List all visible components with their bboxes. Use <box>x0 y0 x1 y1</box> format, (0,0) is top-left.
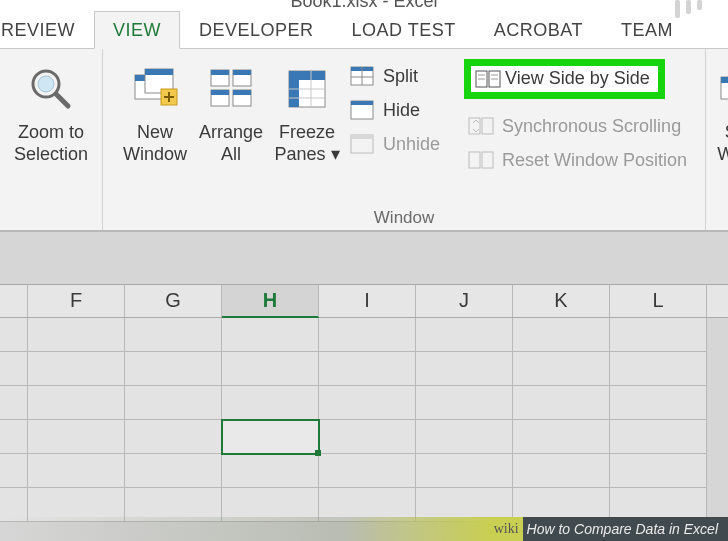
switch-windows-icon <box>715 61 728 117</box>
row-gutter[interactable] <box>0 454 28 488</box>
cell[interactable] <box>513 454 610 488</box>
unhide-icon <box>349 133 375 155</box>
col-header-gutter[interactable] <box>0 285 28 317</box>
tab-loadtest[interactable]: LOAD TEST <box>333 11 475 48</box>
caption-text: How to Compare Data in Excel <box>523 517 728 541</box>
unhide-label: Unhide <box>383 134 440 155</box>
hide-button[interactable]: Hide <box>349 99 440 121</box>
col-header-J[interactable]: J <box>416 285 513 317</box>
tab-view[interactable]: VIEW <box>94 11 180 49</box>
svg-rect-39 <box>482 118 493 134</box>
svg-rect-40 <box>469 152 480 168</box>
unhide-button[interactable]: Unhide <box>349 133 440 155</box>
view-side-by-side-button[interactable]: View Side by Side <box>464 59 687 99</box>
cell[interactable] <box>28 454 125 488</box>
cell[interactable] <box>513 318 610 352</box>
col-header-L[interactable]: L <box>610 285 707 317</box>
col-header-F[interactable]: F <box>28 285 125 317</box>
caption-brand: wiki <box>490 517 523 541</box>
cell[interactable] <box>513 386 610 420</box>
cell[interactable] <box>125 386 222 420</box>
column-headers: FGHIJKL <box>0 284 728 318</box>
svg-rect-17 <box>233 90 251 95</box>
row-gutter[interactable] <box>0 318 28 352</box>
cell[interactable] <box>610 386 707 420</box>
cell[interactable] <box>416 420 513 454</box>
zoom-to-selection-button[interactable]: Zoom to Selection <box>6 59 96 165</box>
window-title: Book1.xlsx - Excel <box>290 0 437 8</box>
new-window-icon <box>131 61 179 117</box>
cell[interactable] <box>125 318 222 352</box>
tab-review[interactable]: REVIEW <box>0 11 94 48</box>
arrange-all-button[interactable]: Arrange All <box>193 59 269 165</box>
window-small-col-2: View Side by Side Synchronous Scrolling … <box>464 59 691 171</box>
sync-scroll-icon <box>468 115 494 137</box>
svg-rect-6 <box>145 69 173 75</box>
cell[interactable] <box>610 420 707 454</box>
freeze-panes-button[interactable]: Freeze Panes ▾ <box>269 59 345 165</box>
cell[interactable] <box>28 318 125 352</box>
synchronous-scrolling-button[interactable]: Synchronous Scrolling <box>468 115 687 137</box>
table-row <box>0 352 728 386</box>
row-gutter[interactable] <box>0 352 28 386</box>
col-header-G[interactable]: G <box>125 285 222 317</box>
cell[interactable] <box>610 352 707 386</box>
magnifier-icon <box>28 61 74 117</box>
cell[interactable] <box>319 318 416 352</box>
col-header-K[interactable]: K <box>513 285 610 317</box>
row-gutter[interactable] <box>0 386 28 420</box>
cell[interactable] <box>222 352 319 386</box>
split-button[interactable]: Split <box>349 65 440 87</box>
tab-team[interactable]: TEAM <box>602 11 692 48</box>
cell[interactable] <box>319 420 416 454</box>
cell[interactable] <box>28 386 125 420</box>
svg-rect-31 <box>351 135 373 139</box>
cell[interactable] <box>319 454 416 488</box>
view-side-label: View Side by Side <box>501 68 654 90</box>
highlight-box: View Side by Side <box>464 59 665 99</box>
hide-icon <box>349 99 375 121</box>
title-bar: Book1.xlsx - Excel <box>0 0 728 11</box>
cell[interactable] <box>222 386 319 420</box>
cell[interactable] <box>28 352 125 386</box>
new-window-label: New Window <box>123 121 187 165</box>
cell[interactable] <box>222 318 319 352</box>
freeze-panes-icon <box>285 61 329 117</box>
cell[interactable] <box>610 318 707 352</box>
cell[interactable] <box>416 386 513 420</box>
table-row <box>0 420 728 454</box>
cell[interactable] <box>610 454 707 488</box>
cell[interactable] <box>28 420 125 454</box>
new-window-button[interactable]: New Window <box>117 59 193 165</box>
cell[interactable] <box>416 454 513 488</box>
split-icon <box>349 65 375 87</box>
cell[interactable] <box>513 352 610 386</box>
selected-cell[interactable] <box>222 420 319 454</box>
switch-windows-button[interactable]: Sw Winc <box>712 59 728 165</box>
cell[interactable] <box>513 420 610 454</box>
cell[interactable] <box>319 352 416 386</box>
col-header-I[interactable]: I <box>319 285 416 317</box>
rows <box>0 318 728 522</box>
svg-rect-29 <box>351 101 373 105</box>
reset-pos-label: Reset Window Position <box>502 150 687 171</box>
reset-window-position-button[interactable]: Reset Window Position <box>468 149 687 171</box>
row-gutter[interactable] <box>0 420 28 454</box>
table-row <box>0 454 728 488</box>
cell[interactable] <box>416 352 513 386</box>
ribbon-tabs: REVIEW VIEW DEVELOPER LOAD TEST ACROBAT … <box>0 11 728 49</box>
svg-rect-38 <box>469 118 480 134</box>
side-by-side-icon <box>475 68 501 90</box>
cell[interactable] <box>125 352 222 386</box>
svg-line-2 <box>56 94 68 106</box>
cell[interactable] <box>125 454 222 488</box>
cell[interactable] <box>416 318 513 352</box>
cell[interactable] <box>222 454 319 488</box>
reset-pos-icon <box>468 149 494 171</box>
cell[interactable] <box>319 386 416 420</box>
tab-developer[interactable]: DEVELOPER <box>180 11 333 48</box>
cell[interactable] <box>125 420 222 454</box>
tab-acrobat[interactable]: ACROBAT <box>475 11 602 48</box>
col-header-H[interactable]: H <box>222 285 319 318</box>
svg-point-1 <box>38 76 54 92</box>
